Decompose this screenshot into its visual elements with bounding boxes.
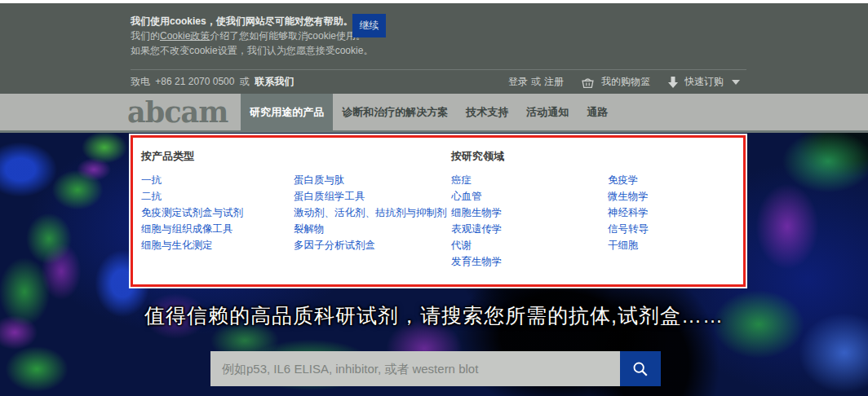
cookie-policy-prefix: 我们的 xyxy=(131,30,160,42)
site-header: 我们使用cookies，使我们网站尽可能对您有帮助。 我们的Cookie政策介绍… xyxy=(0,3,868,94)
cookie-continue-button[interactable]: 继续 xyxy=(352,14,386,37)
login-link[interactable]: 登录 xyxy=(508,75,528,89)
list-item: 微生物学 xyxy=(608,191,649,202)
hero-heading: 值得信赖的高品质科研试剂，请搜索您所需的抗体,试剂盒…… xyxy=(0,302,868,329)
mega-menu-heading-product-type: 按产品类型 xyxy=(141,149,194,164)
arrow-down-icon xyxy=(668,77,678,88)
list-item: 神经科学 xyxy=(608,208,649,218)
nav-item-technical-support[interactable]: 技术支持 xyxy=(457,94,517,130)
menu-link-proteins-peptides[interactable]: 蛋白质与肽 xyxy=(294,174,345,186)
search-icon xyxy=(631,360,649,378)
list-item: 癌症 xyxy=(451,175,503,186)
list-item: 信号转导 xyxy=(608,224,649,235)
cookie-title: 我们使用cookies，使我们网站尽可能对您有帮助。 xyxy=(131,14,538,29)
menu-link-cell-biology[interactable]: 细胞生物学 xyxy=(451,207,503,218)
list-item: 表观遗传学 xyxy=(451,224,503,235)
product-type-col1: 一抗 二抗 免疫测定试剂盒与试剂 细胞与组织成像工具 细胞与生化测定 xyxy=(141,175,243,257)
contact-us-link[interactable]: 联系我们 xyxy=(255,76,294,87)
menu-link-metabolism[interactable]: 代谢 xyxy=(451,240,472,251)
list-item: 一抗 xyxy=(141,175,243,186)
list-item: 蛋白质与肽 xyxy=(294,175,447,186)
utility-bar: 致电 +86 21 2070 0500 或 联系我们 登录 或 注册 我的购物篮 xyxy=(131,70,746,94)
account-links: 登录 或 注册 我的购物篮 快速订购 xyxy=(508,75,746,89)
menu-link-cardiovascular[interactable]: 心血管 xyxy=(451,191,482,202)
basket-icon xyxy=(581,76,595,89)
list-item: 代谢 xyxy=(451,240,503,251)
nav-item-diagnostic-solutions[interactable]: 诊断和治疗的解决方案 xyxy=(333,94,457,130)
list-item: 干细胞 xyxy=(608,240,649,251)
menu-link-multiplex-assay-kits[interactable]: 多因子分析试剂盒 xyxy=(294,240,375,251)
menu-link-cancer[interactable]: 癌症 xyxy=(451,174,472,186)
menu-link-epigenetics[interactable]: 表观遗传学 xyxy=(451,223,503,235)
list-item: 免疫学 xyxy=(608,175,649,186)
cookie-accept-line: 如果您不改变cookie设置，我们认为您愿意接受cookie。 xyxy=(131,43,538,58)
menu-link-neuroscience[interactable]: 神经科学 xyxy=(608,207,649,218)
nav-item-research-products[interactable]: 研究用途的产品 xyxy=(241,94,333,130)
menu-link-primary-antibodies[interactable]: 一抗 xyxy=(141,174,162,186)
list-item: 二抗 xyxy=(141,191,243,202)
menu-link-immunoassay-kits[interactable]: 免疫测定试剂盒与试剂 xyxy=(141,207,243,218)
menu-link-cell-imaging-tools[interactable]: 细胞与组织成像工具 xyxy=(141,223,233,235)
cookie-policy-suffix: 介绍了您如何能够取消cookie使用。 xyxy=(210,30,365,42)
mega-menu-heading-research-area: 按研究领域 xyxy=(451,149,504,164)
call-prefix-label: 致电 xyxy=(131,76,150,87)
list-item: 细胞与组织成像工具 xyxy=(141,224,243,235)
mega-menu: 按产品类型 一抗 二抗 免疫测定试剂盒与试剂 细胞与组织成像工具 细胞与生化测定… xyxy=(131,135,746,287)
menu-link-lysates[interactable]: 裂解物 xyxy=(294,223,325,235)
basket-label: 我的购物篮 xyxy=(601,75,650,89)
phone-number: +86 21 2070 0500 xyxy=(155,76,234,87)
or-label: 或 xyxy=(240,76,250,87)
list-item: 细胞与生化测定 xyxy=(141,240,243,251)
search-button[interactable] xyxy=(620,351,661,386)
list-item: 蛋白质组学工具 xyxy=(294,191,447,202)
list-item: 发育生物学 xyxy=(451,257,503,267)
nav-item-events[interactable]: 活动通知 xyxy=(517,94,578,130)
list-item: 激动剂、活化剂、拮抗剂与抑制剂 xyxy=(294,208,447,218)
product-type-col2: 蛋白质与肽 蛋白质组学工具 激动剂、活化剂、拮抗剂与抑制剂 裂解物 多因子分析试… xyxy=(294,175,447,257)
search-input[interactable] xyxy=(210,351,620,386)
quick-order-label: 快速订购 xyxy=(684,75,724,89)
list-item: 细胞生物学 xyxy=(451,208,503,218)
abcam-logo[interactable]: abcam xyxy=(127,94,228,130)
register-link[interactable]: 注册 xyxy=(544,75,564,89)
menu-link-microbiology[interactable]: 微生物学 xyxy=(608,191,649,202)
menu-link-immunology[interactable]: 免疫学 xyxy=(608,174,639,186)
menu-link-secondary-antibodies[interactable]: 二抗 xyxy=(141,191,162,202)
list-item: 多因子分析试剂盒 xyxy=(294,240,447,251)
quick-order-dropdown[interactable]: 快速订购 xyxy=(668,75,746,89)
menu-link-signal-transduction[interactable]: 信号转导 xyxy=(608,223,649,235)
list-item: 免疫测定试剂盒与试剂 xyxy=(141,208,243,218)
basket-link[interactable]: 我的购物篮 xyxy=(581,75,650,89)
cookie-policy-link[interactable]: Cookie政策 xyxy=(160,30,210,42)
list-item: 心血管 xyxy=(451,191,503,202)
research-area-col2: 免疫学 微生物学 神经科学 信号转导 干细胞 xyxy=(608,175,649,257)
contact-info: 致电 +86 21 2070 0500 或 联系我们 xyxy=(131,75,296,89)
menu-link-cell-biochemical-assays[interactable]: 细胞与生化测定 xyxy=(141,240,213,251)
menu-link-stem-cells[interactable]: 干细胞 xyxy=(608,240,639,251)
nav-item-pathways[interactable]: 通路 xyxy=(578,94,617,130)
page-root: 我们使用cookies，使我们网站尽可能对您有帮助。 我们的Cookie政策介绍… xyxy=(0,0,868,396)
menu-link-proteomics-tools[interactable]: 蛋白质组学工具 xyxy=(294,191,365,202)
cookie-banner: 我们使用cookies，使我们网站尽可能对您有帮助。 我们的Cookie政策介绍… xyxy=(131,14,538,58)
main-nav: abcam 研究用途的产品 诊断和治疗的解决方案 技术支持 活动通知 通路 xyxy=(0,94,868,133)
menu-link-agonists-inhibitors[interactable]: 激动剂、活化剂、拮抗剂与抑制剂 xyxy=(294,207,447,218)
research-area-col1: 癌症 心血管 细胞生物学 表观遗传学 代谢 发育生物学 xyxy=(451,175,503,273)
menu-link-developmental-biology[interactable]: 发育生物学 xyxy=(451,256,503,267)
or-label-2: 或 xyxy=(531,75,541,89)
caret-down-icon xyxy=(732,80,740,85)
list-item: 裂解物 xyxy=(294,224,447,235)
cookie-policy-line: 我们的Cookie政策介绍了您如何能够取消cookie使用。 xyxy=(131,29,538,43)
search-bar xyxy=(210,351,661,386)
